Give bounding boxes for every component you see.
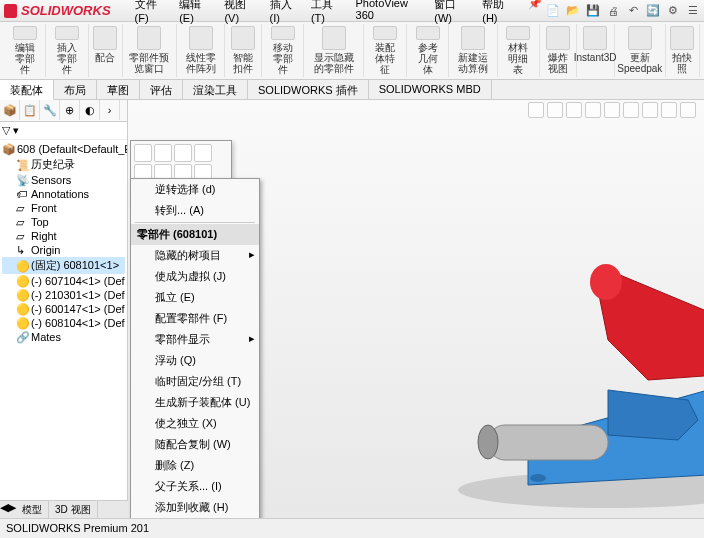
ctx-tool-icon[interactable] (174, 144, 192, 162)
config-tab-icon[interactable]: 🔧 (40, 100, 60, 120)
plane-icon: ▱ (16, 202, 28, 214)
menu-help[interactable]: 帮助(H) (478, 0, 520, 26)
ctx-item[interactable]: 配置零部件 (F) (131, 308, 259, 329)
menu-pin-icon[interactable]: 📌 (524, 0, 546, 26)
print-icon[interactable]: 🖨 (606, 4, 620, 18)
ctx-item[interactable]: 使成为虚拟 (J) (131, 266, 259, 287)
dim-tab-icon[interactable]: ⊕ (60, 100, 80, 120)
ctx-item[interactable]: 临时固定/分组 (T) (131, 371, 259, 392)
ribbon-smart[interactable]: 智能扣件 (225, 24, 262, 77)
ctx-item[interactable]: 转到... (A) (131, 200, 259, 221)
tree-node[interactable]: 🔗Mates (2, 330, 125, 344)
rebuild-icon[interactable]: 🔄 (646, 4, 660, 18)
tree-node[interactable]: ▱Right (2, 229, 125, 243)
ribbon-instant3d[interactable]: Instant3D (577, 24, 615, 77)
bottom-tabs: ◀ ▶ 模型 3D 视图 (0, 500, 128, 518)
tab-渲染工具[interactable]: 渲染工具 (183, 80, 248, 99)
ctx-item[interactable]: 浮动 (Q) (131, 350, 259, 371)
tree-node[interactable]: 📜历史纪录 (2, 156, 125, 173)
ctx-item[interactable]: 零部件显示▸ (131, 329, 259, 350)
view-tool-icon[interactable] (680, 102, 696, 118)
ribbon-insert[interactable]: 插入零部件 (46, 24, 88, 77)
ctx-item[interactable]: 孤立 (E) (131, 287, 259, 308)
ctx-item[interactable]: 父子关系... (I) (131, 476, 259, 497)
move-icon (271, 26, 295, 40)
ctx-item[interactable]: 随配合复制 (W) (131, 434, 259, 455)
tab-SOLIDWORKS 插件[interactable]: SOLIDWORKS 插件 (248, 80, 369, 99)
ribbon-bom[interactable]: 材料明细表 (498, 24, 540, 77)
tree-root[interactable]: 📦 608 (Default<Default_E (2, 142, 125, 156)
tree-node[interactable]: 🏷Annotations (2, 187, 125, 201)
ctx-tool-icon[interactable] (154, 144, 172, 162)
tree-node[interactable]: 📡Sensors (2, 173, 125, 187)
menu-window[interactable]: 窗口(W) (430, 0, 474, 26)
display-tab-icon[interactable]: ◐ (80, 100, 100, 120)
menu-insert[interactable]: 插入(I) (266, 0, 303, 26)
ribbon-snapshot[interactable]: 拍快照 (666, 24, 700, 77)
save-icon[interactable]: 💾 (586, 4, 600, 18)
tree-node[interactable]: 🟡(固定) 608101<1> (2, 257, 125, 274)
menu-view[interactable]: 视图(V) (220, 0, 261, 26)
options-icon[interactable]: ⚙ (666, 4, 680, 18)
open-icon[interactable]: 📂 (566, 4, 580, 18)
tree-filter[interactable]: ▽ ▾ (0, 122, 127, 140)
ribbon-ref[interactable]: 参考几何体 (407, 24, 449, 77)
ribbon-pattern[interactable]: 线性零件阵列 (177, 24, 225, 77)
tree-node[interactable]: 🟡(-) 607104<1> (Def (2, 274, 125, 288)
view-tool-icon[interactable] (585, 102, 601, 118)
ribbon-showhide[interactable]: 显示隐藏的零部件 (304, 24, 364, 77)
ctx-tool-icon[interactable] (134, 144, 152, 162)
bottom-scroll-left[interactable]: ◀ (0, 501, 8, 518)
tree-label: Top (31, 216, 49, 228)
bottom-scroll-right[interactable]: ▶ (8, 501, 16, 518)
ribbon-motion[interactable]: 新建运动算例 (449, 24, 497, 77)
tree-node[interactable]: 🟡(-) 600147<1> (Def (2, 302, 125, 316)
ribbon-move[interactable]: 移动零部件 (262, 24, 304, 77)
ribbon-mate[interactable]: 配合 (89, 24, 123, 77)
ctx-item[interactable]: 添加到收藏 (H) (131, 497, 259, 518)
ribbon-edit[interactable]: 编辑零部件 (4, 24, 46, 77)
undo-icon[interactable]: ↶ (626, 4, 640, 18)
ribbon-label: 爆炸视图 (546, 52, 570, 74)
tab-草图[interactable]: 草图 (97, 80, 140, 99)
menu-tools[interactable]: 工具(T) (307, 0, 348, 26)
ctx-item[interactable]: 使之独立 (X) (131, 413, 259, 434)
ribbon-preview[interactable]: 零部件预览窗口 (123, 24, 177, 77)
ribbon-explode[interactable]: 爆炸视图 (540, 24, 577, 77)
ctx-item[interactable]: 隐藏的树项目▸ (131, 245, 259, 266)
property-tab-icon[interactable]: 📋 (20, 100, 40, 120)
view-tool-icon[interactable] (566, 102, 582, 118)
tree-label: Annotations (31, 188, 89, 200)
tab-评估[interactable]: 评估 (140, 80, 183, 99)
feature-tree-tab-icon[interactable]: 📦 (0, 100, 20, 120)
menu-edit[interactable]: 编辑(E) (175, 0, 216, 26)
tree-node[interactable]: ▱Front (2, 201, 125, 215)
tree-node[interactable]: ▱Top (2, 215, 125, 229)
bottom-tab-model[interactable]: 模型 (16, 501, 49, 518)
ctx-item[interactable]: 删除 (Z) (131, 455, 259, 476)
ctx-item[interactable]: 生成新子装配体 (U) (131, 392, 259, 413)
model-graphic (408, 260, 704, 520)
more-tab-icon[interactable]: › (100, 100, 120, 120)
ctx-item[interactable]: 逆转选择 (d) (131, 179, 259, 200)
view-tool-icon[interactable] (528, 102, 544, 118)
bottom-tab-3dview[interactable]: 3D 视图 (49, 501, 98, 518)
view-tool-icon[interactable] (661, 102, 677, 118)
view-tool-icon[interactable] (604, 102, 620, 118)
ribbon-speedpak[interactable]: 更新Speedpak (615, 24, 666, 77)
ribbon-feature[interactable]: 装配体特征 (364, 24, 406, 77)
tab-装配体[interactable]: 装配体 (0, 80, 54, 100)
tab-布局[interactable]: 布局 (54, 80, 97, 99)
layout-icon[interactable]: ☰ (686, 4, 700, 18)
tree-node[interactable]: 🟡(-) 608104<1> (Def (2, 316, 125, 330)
ctx-tool-icon[interactable] (194, 144, 212, 162)
view-tool-icon[interactable] (547, 102, 563, 118)
menu-file[interactable]: 文件(F) (131, 0, 172, 26)
tab-SOLIDWORKS MBD[interactable]: SOLIDWORKS MBD (369, 80, 492, 99)
new-icon[interactable]: 📄 (546, 4, 560, 18)
menu-photoview[interactable]: PhotoView 360 (352, 0, 427, 26)
tree-node[interactable]: ↳Origin (2, 243, 125, 257)
view-tool-icon[interactable] (623, 102, 639, 118)
tree-node[interactable]: 🟡(-) 210301<1> (Def (2, 288, 125, 302)
view-tool-icon[interactable] (642, 102, 658, 118)
